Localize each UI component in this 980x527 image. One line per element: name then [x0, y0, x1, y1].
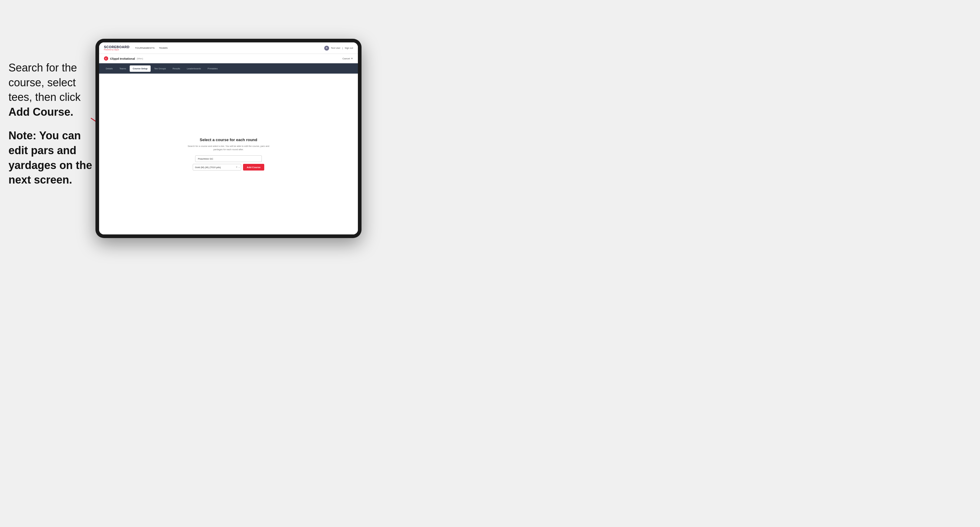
- tab-tee-groups[interactable]: Tee Groups: [151, 65, 169, 72]
- tee-select[interactable]: Gold (M) (M) (7010 yds): [193, 164, 241, 170]
- top-navbar: SCOREBOARD Powered by clippd TOURNAMENTS…: [99, 43, 358, 54]
- tee-select-wrapper: Gold (M) (M) (7010 yds) ✕ ⌄: [193, 164, 241, 170]
- tablet-screen: SCOREBOARD Powered by clippd TOURNAMENTS…: [99, 43, 358, 235]
- clear-icon[interactable]: ✕: [236, 166, 237, 168]
- note-text: Note: You can edit pars and yardages on …: [8, 129, 96, 187]
- add-course-button[interactable]: Add Course: [243, 164, 264, 170]
- main-content: Select a course for each round Search fo…: [99, 74, 358, 235]
- chevron-down-icon[interactable]: ⌄: [238, 166, 240, 168]
- tournament-name: Clippd Invitational: [110, 57, 135, 60]
- user-avatar: R: [324, 46, 329, 51]
- logo-area: SCOREBOARD Powered by clippd: [104, 45, 129, 51]
- tab-leaderboards[interactable]: Leaderboards: [184, 65, 204, 72]
- tee-select-controls: ✕ ⌄: [236, 166, 240, 168]
- logo-text: SCOREBOARD: [104, 45, 129, 49]
- nav-teams[interactable]: TEAMS: [159, 47, 167, 49]
- course-setup-title: Select a course for each round: [186, 138, 271, 142]
- tournament-icon: C: [104, 56, 108, 60]
- nav-links: TOURNAMENTS TEAMS: [135, 47, 167, 49]
- user-label: Test User: [331, 47, 340, 49]
- tab-teams[interactable]: Teams: [116, 65, 129, 72]
- tablet-frame: SCOREBOARD Powered by clippd TOURNAMENTS…: [95, 39, 361, 238]
- nav-tournaments[interactable]: TOURNAMENTS: [135, 47, 154, 49]
- logo-sub: Powered by clippd: [104, 49, 129, 51]
- course-setup-card: Select a course for each round Search fo…: [186, 138, 271, 171]
- tab-printables[interactable]: Printables: [205, 65, 221, 72]
- tab-results[interactable]: Results: [170, 65, 183, 72]
- instructions-panel: Search for the course, select tees, then…: [8, 60, 96, 197]
- signout-link[interactable]: Sign out: [345, 47, 353, 49]
- course-setup-description: Search for a course and select a tee. Yo…: [186, 144, 271, 151]
- nav-right: R Test User | Sign out: [324, 46, 353, 51]
- nav-left: SCOREBOARD Powered by clippd TOURNAMENTS…: [104, 45, 167, 51]
- tab-course-setup[interactable]: Course Setup: [130, 65, 151, 72]
- course-search-input[interactable]: [195, 156, 262, 162]
- tournament-title: C Clippd Invitational (Men): [104, 56, 143, 60]
- tee-select-row: Gold (M) (M) (7010 yds) ✕ ⌄ Add Course: [186, 164, 271, 170]
- tab-navigation: Details Teams Course Setup Tee Groups Re…: [99, 63, 358, 74]
- cancel-button[interactable]: Cancel ✕: [342, 57, 353, 60]
- tournament-header: C Clippd Invitational (Men) Cancel ✕: [99, 54, 358, 63]
- tournament-tag: (Men): [137, 57, 143, 60]
- nav-separator: |: [342, 47, 343, 49]
- tab-details[interactable]: Details: [103, 65, 116, 72]
- instruction-text: Search for the course, select tees, then…: [8, 60, 96, 119]
